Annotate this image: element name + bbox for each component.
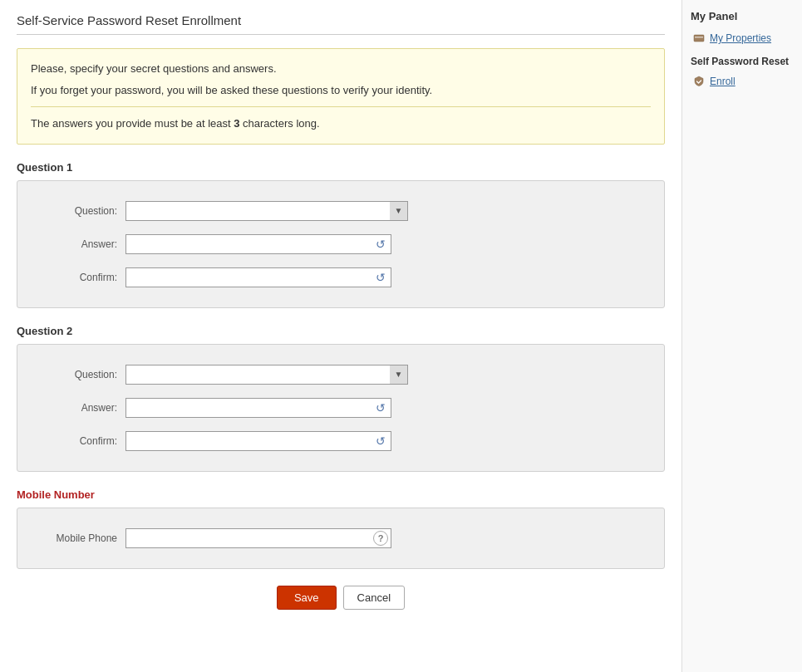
mobile-phone-label: Mobile Phone (51, 532, 117, 544)
question1-box: Question: ▼ Answer: ↺ Confirm: ↺ (17, 180, 665, 308)
question1-answer-label: Answer: (51, 238, 117, 250)
card-icon (692, 32, 706, 45)
question1-confirm-wrapper: ↺ (125, 267, 391, 287)
question1-answer-input[interactable] (125, 234, 391, 254)
question2-confirm-row: Confirm: ↺ (51, 431, 631, 451)
mobile-phone-help-icon[interactable]: ? (373, 531, 388, 546)
question2-answer-label: Answer: (51, 402, 117, 414)
question1-question-row: Question: ▼ (51, 201, 631, 221)
mobile-phone-input[interactable] (125, 528, 391, 548)
question2-title: Question 2 (17, 325, 665, 337)
question2-question-select[interactable] (125, 365, 408, 385)
question2-confirm-input[interactable] (125, 431, 391, 451)
mobile-phone-wrapper: ? (125, 528, 391, 548)
page-title: Self-Service Password Reset Enrollment (17, 13, 665, 35)
question2-answer-input[interactable] (125, 398, 391, 418)
question1-title: Question 1 (17, 161, 665, 174)
sidebar-item-enroll[interactable]: Enroll (691, 72, 794, 91)
info-line1: Please, specify your secret questions an… (31, 61, 651, 77)
question2-answer-reveal-icon[interactable]: ↺ (373, 400, 388, 415)
question2-box: Question: ▼ Answer: ↺ Confirm: ↺ (17, 344, 665, 472)
question1-question-label: Question: (51, 205, 117, 217)
question1-confirm-label: Confirm: (51, 272, 117, 283)
question1-confirm-row: Confirm: ↺ (51, 267, 631, 287)
question1-question-select[interactable] (125, 201, 408, 221)
question2-answer-wrapper: ↺ (125, 398, 391, 418)
question1-answer-wrapper: ↺ (125, 234, 391, 254)
info-line2: If you forget your password, you will be… (31, 82, 651, 99)
question2-question-wrapper: ▼ (125, 365, 408, 385)
info-line3: The answers you provide must be at least… (31, 115, 651, 132)
question1-confirm-input[interactable] (125, 267, 391, 287)
sidebar-self-password-reset-title: Self Password Reset (691, 56, 794, 69)
question2-question-label: Question: (51, 369, 117, 380)
save-button[interactable]: Save (277, 586, 337, 610)
sidebar-item-my-properties[interactable]: My Properties (691, 29, 794, 47)
sidebar-enroll-label: Enroll (710, 76, 736, 87)
question1-answer-reveal-icon[interactable]: ↺ (373, 237, 388, 252)
question1-confirm-reveal-icon[interactable]: ↺ (373, 270, 388, 285)
question2-confirm-reveal-icon[interactable]: ↺ (373, 434, 388, 449)
question2-answer-row: Answer: ↺ (51, 398, 631, 418)
question2-confirm-label: Confirm: (51, 435, 117, 447)
sidebar-panel-title: My Panel (691, 10, 794, 22)
question2-question-row: Question: ▼ (51, 365, 631, 385)
mobile-box: Mobile Phone ? (17, 508, 665, 569)
sidebar-my-properties-label: My Properties (710, 32, 771, 44)
mobile-title: Mobile Number (17, 488, 665, 501)
buttons-row: Save Cancel (17, 586, 665, 626)
sidebar: My Panel My Properties Self Password Res… (681, 0, 802, 672)
question1-question-wrapper: ▼ (125, 201, 408, 221)
cancel-button[interactable]: Cancel (343, 586, 405, 610)
svg-rect-0 (694, 35, 704, 42)
question1-answer-row: Answer: ↺ (51, 234, 631, 254)
question2-confirm-wrapper: ↺ (125, 431, 391, 451)
info-box: Please, specify your secret questions an… (17, 48, 665, 145)
shield-icon (692, 75, 706, 88)
svg-rect-1 (695, 37, 703, 38)
mobile-phone-row: Mobile Phone ? (51, 528, 631, 548)
